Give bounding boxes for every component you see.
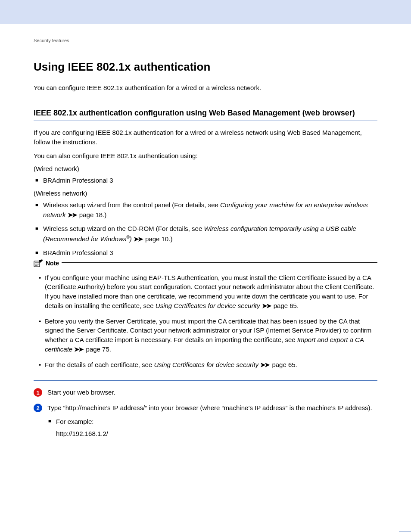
list-item: BRAdmin Professional 3 (34, 176, 377, 186)
note-list: If you configure your machine using EAP-… (34, 273, 377, 370)
list-item: For example: (47, 417, 377, 426)
note-item: Before you verify the Server Certificate… (39, 317, 377, 354)
note-heading: Note (34, 259, 62, 267)
page-content: 6 Security features Using IEEE 802.1x au… (0, 24, 411, 438)
text: For the details of each certificate, see (45, 361, 154, 368)
steps: 1 Start your web browser. 2 Type “http:/… (34, 388, 377, 438)
intro-text: You can configure IEEE 802.1x authentica… (34, 83, 377, 92)
example-list: For example: (47, 417, 377, 426)
step-2: 2 Type “http://machine’s IP address/” in… (34, 403, 377, 438)
note-item: For the details of each certificate, see… (39, 360, 377, 370)
cross-ref-link[interactable]: Using Certificates for device security (154, 361, 258, 368)
ref-arrows-icon: ➤➤ (134, 235, 142, 243)
step-body: Start your web browser. (47, 388, 377, 397)
text: page 75. (84, 345, 111, 353)
step-body: Type “http://machine’s IP address/” into… (47, 403, 377, 438)
example-url: http://192.168.1.2/ (47, 429, 377, 439)
wired-label: (Wired network) (34, 165, 377, 172)
list-item: Wireless setup wizard from the control p… (34, 200, 377, 220)
ref-arrows-icon: ➤➤ (68, 211, 76, 218)
ref-arrows-icon: ➤➤ (262, 302, 271, 309)
text: page 18.) (78, 211, 107, 218)
page-title: Using IEEE 802.1x authentication (34, 60, 377, 74)
section-title: IEEE 802.1x authentication configuration… (34, 108, 377, 121)
note-item: If you configure your machine using EAP-… (39, 273, 377, 311)
wired-list: BRAdmin Professional 3 (34, 176, 377, 186)
list-item: BRAdmin Professional 3 (34, 248, 377, 258)
breadcrumb: Security features (34, 38, 377, 43)
cross-ref-link[interactable]: Using Certificates for device security (156, 302, 260, 309)
list-item: Wireless setup wizard on the CD-ROM (For… (34, 224, 377, 244)
note-icon (34, 259, 43, 267)
text: page 10.) (143, 235, 173, 243)
wireless-list: Wireless setup wizard from the control p… (34, 200, 377, 258)
paragraph-2: You can also configure IEEE 802.1x authe… (34, 151, 377, 161)
registered-symbol: ® (126, 235, 129, 240)
text: page 65. (272, 302, 299, 309)
paragraph-1: If you are configuring IEEE 802.1x authe… (34, 128, 377, 147)
ref-arrows-icon: ➤➤ (260, 361, 269, 368)
text: Type “http://machine’s IP address/” into… (47, 404, 372, 411)
ref-arrows-icon: ➤➤ (74, 345, 83, 353)
step-number-badge: 2 (34, 404, 42, 412)
text: page 65. (270, 361, 297, 368)
top-band (0, 0, 411, 24)
wireless-label: (Wireless network) (34, 190, 377, 197)
text: Wireless setup wizard on the CD-ROM (For… (43, 225, 204, 232)
note-label: Note (46, 260, 59, 267)
step-1: 1 Start your web browser. (34, 388, 377, 397)
step-number-badge: 1 (34, 388, 42, 397)
text: Wireless setup wizard from the control p… (43, 201, 220, 208)
note-block: Note If you configure your machine using… (34, 262, 377, 381)
